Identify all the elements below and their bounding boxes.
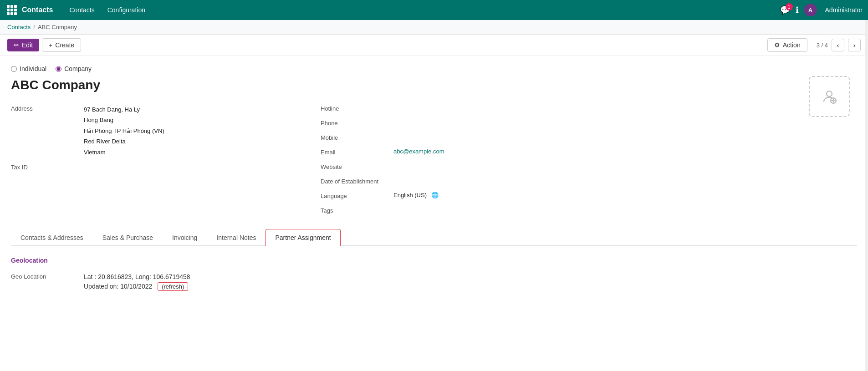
tags-row: Tags <box>321 203 603 218</box>
address-line1: 97 Bach Dang, Ha Ly <box>84 104 293 115</box>
taxid-label: Tax ID <box>11 163 84 171</box>
address-line4: Red River Delta <box>84 136 293 147</box>
edit-icon: ✏ <box>14 41 19 49</box>
individual-label: Individual <box>20 65 46 72</box>
language-text: English (US) <box>393 192 427 198</box>
refresh-link[interactable]: (refresh) <box>158 282 188 291</box>
address-label: Address <box>11 104 84 112</box>
create-button[interactable]: + Create <box>42 38 81 52</box>
mobile-row: Mobile <box>321 131 603 145</box>
company-label: Company <box>64 65 92 72</box>
plus-icon: + <box>49 41 52 49</box>
address-value: 97 Bach Dang, Ha Ly Hong Bang Hải Phòng … <box>84 104 293 158</box>
address-line2: Hong Bang <box>84 115 293 125</box>
svg-point-0 <box>827 91 832 97</box>
edit-label: Edit <box>22 41 33 49</box>
individual-radio-label[interactable]: Individual <box>11 65 46 72</box>
company-radio[interactable] <box>56 66 61 72</box>
hotline-row: Hotline <box>321 102 603 116</box>
tab-sales-purchase[interactable]: Sales & Purchase <box>93 229 163 246</box>
hotline-label: Hotline <box>321 104 393 112</box>
geo-lat-long: Lat : 20.8616823, Long: 106.6719458 <box>84 273 190 280</box>
tab-invoicing[interactable]: Invoicing <box>163 229 207 246</box>
toolbar: ✏ Edit + Create ⚙ Action 3 / 4 ‹ › <box>0 35 868 56</box>
left-column: Address 97 Bach Dang, Ha Ly Hong Bang Hả… <box>11 102 293 218</box>
prev-button[interactable]: ‹ <box>832 39 844 51</box>
email-value[interactable]: abc@example.com <box>393 148 603 155</box>
admin-name: Administrator <box>825 6 863 14</box>
nav-icons: 💬 1 ℹ A Administrator <box>780 4 863 16</box>
company-radio-label[interactable]: Company <box>56 65 92 72</box>
user-avatar[interactable]: A <box>804 4 817 16</box>
form-main: ABC Company Address 97 Bach Dang, Ha Ly … <box>11 76 857 218</box>
mobile-label: Mobile <box>321 133 393 141</box>
edit-button[interactable]: ✏ Edit <box>7 39 39 51</box>
taxid-row: Tax ID <box>11 160 293 175</box>
company-type-row: Individual Company <box>11 65 857 72</box>
help-icon[interactable]: ℹ <box>796 5 799 15</box>
tab-content-partner-assignment: Geolocation Geo Location Lat : 20.861682… <box>11 246 857 307</box>
website-label: Website <box>321 163 393 170</box>
date-establishment-label: Date of Establishment <box>321 177 393 185</box>
breadcrumb: Contacts / ABC Company <box>0 20 868 35</box>
language-row: Language English (US) 🌐 <box>321 189 603 203</box>
address-line5: Vietnam <box>84 147 293 158</box>
phone-row: Phone <box>321 116 603 131</box>
website-row: Website <box>321 160 603 174</box>
address-row: Address 97 Bach Dang, Ha Ly Hong Bang Hả… <box>11 102 293 160</box>
fields-section: Address 97 Bach Dang, Ha Ly Hong Bang Hả… <box>11 102 603 218</box>
breadcrumb-separator: / <box>33 24 35 30</box>
geo-location-value: Lat : 20.8616823, Long: 106.6719458 Upda… <box>84 273 190 291</box>
gear-icon: ⚙ <box>774 41 780 49</box>
email-row: Email abc@example.com <box>321 145 603 160</box>
date-establishment-row: Date of Establishment <box>321 174 603 189</box>
tab-partner-assignment[interactable]: Partner Assignment <box>266 229 340 246</box>
right-column: Hotline Phone Mobile Email abc@example.c… <box>321 102 603 218</box>
tags-label: Tags <box>321 206 393 214</box>
action-button[interactable]: ⚙ Action <box>767 38 807 52</box>
app-grid-icon[interactable] <box>5 4 18 16</box>
pagination-text: 3 / 4 <box>817 42 828 49</box>
geolocation-section-title: Geolocation <box>11 257 857 264</box>
language-globe-icon: 🌐 <box>431 192 439 198</box>
scrollbar[interactable] <box>865 20 868 316</box>
notification-badge: 1 <box>786 3 793 10</box>
tabs-bar: Contacts & Addresses Sales & Purchase In… <box>11 229 857 246</box>
email-label: Email <box>321 148 393 156</box>
next-button[interactable]: › <box>848 39 861 51</box>
geo-location-label: Geo Location <box>11 273 84 280</box>
phone-label: Phone <box>321 119 393 127</box>
address-line3: Hải Phòng TP Hải Phòng (VN) <box>84 126 293 136</box>
nav-links: Contacts Configuration <box>64 4 151 16</box>
avatar-placeholder[interactable] <box>809 76 850 117</box>
tab-internal-notes[interactable]: Internal Notes <box>207 229 266 246</box>
form-container: Individual Company ABC Company Address 9… <box>0 56 868 316</box>
nav-configuration[interactable]: Configuration <box>102 4 151 16</box>
individual-radio[interactable] <box>11 66 17 72</box>
company-name: ABC Company <box>11 78 857 92</box>
top-navigation: Contacts Contacts Configuration 💬 1 ℹ A … <box>0 0 868 20</box>
geo-updated-text: Updated on: 10/10/2022 <box>84 283 152 290</box>
nav-contacts[interactable]: Contacts <box>64 4 100 16</box>
geo-updated-row: Updated on: 10/10/2022 (refresh) <box>84 282 190 291</box>
action-label: Action <box>783 41 801 49</box>
breadcrumb-current: ABC Company <box>38 24 77 30</box>
form-fields: ABC Company Address 97 Bach Dang, Ha Ly … <box>11 76 857 218</box>
create-label: Create <box>55 41 74 49</box>
geo-location-row: Geo Location Lat : 20.8616823, Long: 106… <box>11 271 857 293</box>
messages-icon[interactable]: 💬 1 <box>780 5 790 15</box>
tab-contacts-addresses[interactable]: Contacts & Addresses <box>11 229 93 246</box>
app-name: Contacts <box>22 6 53 14</box>
language-label: Language <box>321 192 393 199</box>
breadcrumb-parent[interactable]: Contacts <box>7 24 31 30</box>
language-value: English (US) 🌐 <box>393 192 603 198</box>
pagination: 3 / 4 ‹ › <box>817 39 861 51</box>
